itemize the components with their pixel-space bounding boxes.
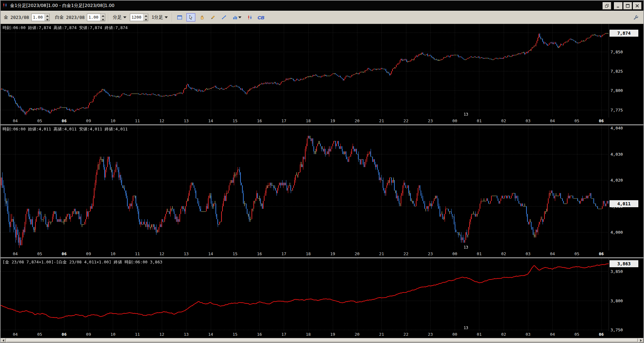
time-tick-label: 12 <box>159 251 164 256</box>
chart-area: 時刻:06:00 始値:7,874 高値:7,874 安値:7,874 終値:7… <box>1 24 643 342</box>
settings-wrench-button[interactable] <box>631 13 640 21</box>
time-tick-label: 17 <box>281 332 286 337</box>
close-button[interactable] <box>633 2 641 9</box>
cb-icon: CB <box>258 15 264 20</box>
scroll-left-button[interactable] <box>1 338 6 342</box>
platinum-month-field[interactable]: 2023/08 <box>66 15 85 20</box>
price-tick-label: 4,020 <box>611 178 623 183</box>
time-tick-label: 18 <box>306 332 311 337</box>
time-tick-label: 00 <box>452 251 457 256</box>
price-tick-label: 4,030 <box>611 152 623 156</box>
time-tick-label: 18 <box>306 118 311 123</box>
price-tick-label: 4,040 <box>611 126 623 130</box>
spin-up-button[interactable] <box>45 14 49 17</box>
gold-month-field[interactable]: 2023/08 <box>10 15 29 20</box>
time-tick-label: 14 <box>208 332 213 337</box>
time-tick-label: 22 <box>404 118 409 123</box>
time-tick-label: 02 <box>501 251 506 256</box>
chevron-down-icon <box>165 16 168 18</box>
time-tick-label: 05 <box>37 332 42 337</box>
gold-chart-canvas[interactable] <box>1 24 609 117</box>
time-tick-label: 05 <box>37 118 42 123</box>
gold-price-axis[interactable]: 7,7757,8007,8257,8507,875 7,874 <box>609 24 643 117</box>
time-tick-label: 06 <box>599 118 604 123</box>
scrollbar-thumb[interactable] <box>6 339 638 342</box>
time-tick-label: 01 <box>477 118 482 123</box>
time-tick-label: 04 <box>550 118 555 123</box>
bar-count-spinner[interactable]: 1200 <box>130 14 148 21</box>
time-tick-label: 16 <box>257 251 262 256</box>
time-tick-label: 09 <box>86 118 91 123</box>
quote-board-icon <box>177 15 182 20</box>
scroll-right-button[interactable] <box>638 338 643 342</box>
time-tick-label: 17 <box>281 251 286 256</box>
time-tick-label: 02 <box>501 118 506 123</box>
cursor-tool-button[interactable] <box>186 13 195 21</box>
spin-down-button[interactable] <box>45 17 49 21</box>
cb-tool-button[interactable]: CB <box>257 13 265 21</box>
horizontal-scrollbar[interactable] <box>1 338 643 342</box>
trendline-tool-button[interactable] <box>220 13 228 21</box>
draw-pencil-button[interactable] <box>209 13 217 21</box>
pan-tool-button[interactable] <box>197 13 206 21</box>
pencil-icon <box>210 15 216 20</box>
spin-up-button[interactable] <box>100 14 105 17</box>
spread-plot[interactable]: [金 23/08 7,874×1.00]-[白金 23/08 4,011×1.0… <box>1 258 609 331</box>
spread-time-axis[interactable]: 0405060910111213141516171819202122230001… <box>1 331 609 338</box>
period-dropdown[interactable]: 分足 <box>112 14 128 21</box>
platinum-chart-canvas[interactable] <box>1 125 609 250</box>
spin-down-button[interactable] <box>143 17 148 21</box>
bar-count-value: 1200 <box>130 14 143 21</box>
time-tick-label: 11 <box>135 118 140 123</box>
maximize-icon <box>626 4 630 8</box>
float-window-button[interactable] <box>603 2 611 9</box>
spread-price-axis[interactable]: 3,7503,8003,850 3,863 <box>609 258 643 331</box>
time-tick-label: 15 <box>233 251 238 256</box>
minimize-button[interactable] <box>614 2 623 9</box>
price-tick-label: 7,850 <box>611 50 623 54</box>
time-tick-label: 19 <box>330 251 335 256</box>
time-tick-label: 03 <box>526 332 531 337</box>
time-tick-label: 10 <box>111 118 116 123</box>
time-tick-label: 09 <box>86 251 91 256</box>
time-tick-label: 23 <box>428 251 433 256</box>
maximize-button[interactable] <box>623 2 632 9</box>
time-tick-label: 14 <box>208 251 213 256</box>
platinum-time-axis[interactable]: 0405060910111213141516171819202122230001… <box>1 250 609 257</box>
spread-panel: [金 23/08 7,874×1.00]-[白金 23/08 4,011×1.0… <box>1 258 643 338</box>
spin-down-button[interactable] <box>100 17 105 21</box>
time-tick-label: 14 <box>208 118 213 123</box>
time-tick-label: 06 <box>62 251 67 256</box>
cursor-icon <box>188 15 193 20</box>
bar-chart-icon <box>233 15 238 20</box>
time-tick-label: 06 <box>62 332 67 337</box>
time-tick-label: 05 <box>37 251 42 256</box>
wrench-icon <box>633 15 639 20</box>
spread-chart-canvas[interactable] <box>1 258 609 331</box>
time-tick-label: 12 <box>159 332 164 337</box>
platinum-price-axis[interactable]: 4,0004,0104,0204,0304,040 4,011 <box>609 125 643 250</box>
platinum-multiplier-value: 1.00 <box>87 14 100 21</box>
gold-plot[interactable]: 時刻:06:00 始値:7,874 高値:7,874 安値:7,874 終値:7… <box>1 24 609 117</box>
toolbar-separator <box>172 13 173 22</box>
time-tick-label: 01 <box>477 251 482 256</box>
timeframe-dropdown-label: 1分足 <box>152 15 163 20</box>
platinum-plot[interactable]: 時刻:06:00 始値:4,011 高値:4,011 安値:4,011 終値:4… <box>1 125 609 250</box>
time-tick-label: 20 <box>355 332 360 337</box>
platinum-multiplier-spinner[interactable]: 1.00 <box>87 14 105 21</box>
gold-panel: 時刻:06:00 始値:7,874 高値:7,874 安値:7,874 終値:7… <box>1 24 643 124</box>
toolbar-separator <box>108 13 109 22</box>
spin-up-button[interactable] <box>143 14 148 17</box>
gold-multiplier-spinner[interactable]: 1.00 <box>31 14 50 21</box>
float-window-icon <box>605 4 609 8</box>
time-tick-label: 04 <box>550 332 555 337</box>
timeframe-dropdown[interactable]: 1分足 <box>150 14 169 21</box>
quote-board-button[interactable] <box>175 13 184 21</box>
price-tick-label: 7,775 <box>611 107 623 112</box>
date-label: 13 <box>464 245 468 250</box>
chart-type-button[interactable] <box>246 13 254 21</box>
time-tick-label: 13 <box>184 251 189 256</box>
gold-time-axis[interactable]: 0405060910111213141516171819202122230001… <box>1 117 609 124</box>
indicator-dropdown-button[interactable] <box>231 13 243 21</box>
time-tick-label: 10 <box>111 332 116 337</box>
